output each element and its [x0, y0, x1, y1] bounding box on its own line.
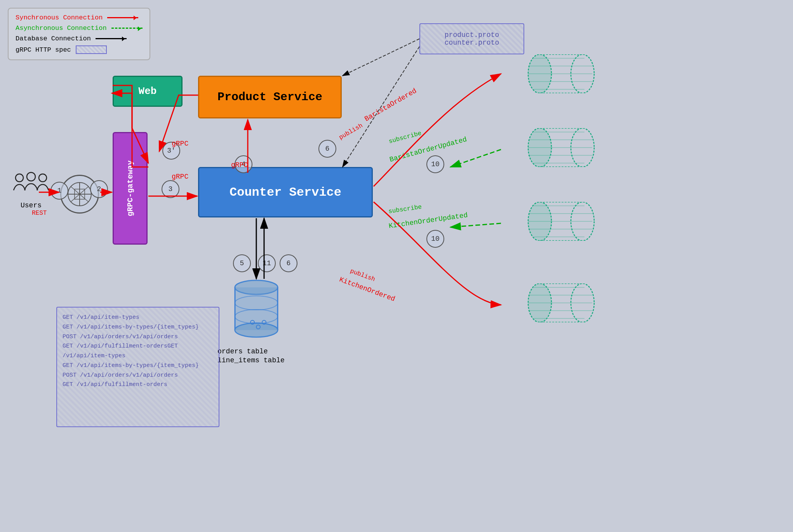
api-line-7: POST /v1/api/orders/v1/api/orders [63, 371, 213, 381]
async-label: Asynchronous Connection [16, 24, 107, 32]
step-2: 2 [90, 180, 108, 198]
users-icon [12, 171, 50, 198]
users-area: Users [12, 171, 50, 209]
db-label-line-items: line_items table [217, 356, 285, 364]
legend-async: Asynchronous Connection [16, 24, 143, 32]
database-icon [233, 280, 280, 342]
svg-point-17 [235, 323, 278, 337]
db-label: Database Connection [16, 35, 91, 42]
counter-label: Counter Service [230, 185, 341, 200]
svg-point-0 [16, 174, 23, 182]
step-1: 1 [50, 182, 68, 200]
sync-label: Synchronous Connection [16, 14, 103, 21]
subscribe-kitchen-label: subscribe [388, 203, 422, 215]
grpc-label-3: gRPC [231, 161, 248, 169]
svg-point-1 [27, 172, 35, 181]
db-label-orders: orders table [217, 348, 268, 355]
svg-line-70 [450, 150, 501, 167]
api-line-5: /v1/api/item-types [63, 351, 213, 361]
grpc-label-2: gRPC [172, 173, 188, 181]
legend: Synchronous Connection Asynchronous Conn… [8, 8, 150, 60]
legend-grpc: gRPC HTTP spec [16, 45, 143, 54]
web-node: Web [113, 76, 183, 107]
api-line-2: GET /v1/api/items-by-types/{item_types} [63, 323, 213, 332]
api-line-1: GET /v1/api/item-types [63, 313, 213, 323]
mq-barista-updated [501, 128, 610, 169]
mq-barista-ordered-top [501, 54, 610, 95]
kitchen-order-updated-label: KitchenOrderUpdated [388, 211, 468, 230]
mq-cylinder-2 [501, 128, 610, 167]
users-label: Users [12, 202, 50, 209]
api-line-6: GET /v1/api/items-by-types/{item_types} [63, 361, 213, 371]
grpc-label-1: gRPC [172, 140, 188, 148]
proto-line1: product.proto [445, 31, 499, 39]
step-10b: 10 [426, 230, 444, 248]
svg-point-2 [39, 174, 47, 182]
step-10a: 10 [426, 155, 444, 173]
product-label: Product Service [217, 90, 322, 104]
counter-service-node: Counter Service [198, 167, 373, 217]
step-11: 11 [258, 254, 276, 272]
proto-line2: counter.proto [445, 39, 499, 47]
mq-kitchen-updated [501, 202, 610, 243]
svg-line-71 [450, 223, 501, 227]
step-3: 3 [162, 180, 179, 198]
step-5: 5 [233, 254, 251, 272]
svg-line-72 [343, 39, 419, 76]
publish-barista-label: publish [338, 122, 364, 141]
product-service-node: Product Service [198, 76, 342, 118]
api-line-4: GET /v1/api/fulfillment-ordersGET [63, 342, 213, 351]
proto-box: product.proto counter.proto [419, 23, 524, 54]
web-label: Web [139, 85, 157, 97]
barista-ordered-label: BaristaOrdered [363, 87, 418, 123]
step-6a: 6 [280, 254, 297, 272]
gateway-icon [66, 181, 93, 208]
step-6b: 6 [318, 140, 336, 158]
api-line-8: GET /v1/api/fulfillment-orders [63, 380, 213, 390]
rest-label: REST [32, 210, 47, 217]
mq-cylinder-4 [501, 283, 610, 322]
database-cylinder [233, 280, 280, 344]
legend-sync: Synchronous Connection [16, 14, 143, 21]
mq-cylinder-1 [501, 54, 610, 93]
gateway-label: gRPC-gateway [126, 160, 135, 216]
grpc-label: gRPC HTTP spec [16, 46, 71, 54]
api-line-3: POST /v1/api/orders/v1/api/orders [63, 332, 213, 342]
legend-db: Database Connection [16, 35, 143, 42]
mq-cylinder-3 [501, 202, 610, 241]
subscribe-barista-label: subscribe [388, 130, 422, 145]
api-spec-box: GET /v1/api/item-types GET /v1/api/items… [56, 307, 219, 427]
mq-kitchen-ordered [501, 283, 610, 324]
gateway-node: gRPC-gateway [113, 132, 148, 245]
